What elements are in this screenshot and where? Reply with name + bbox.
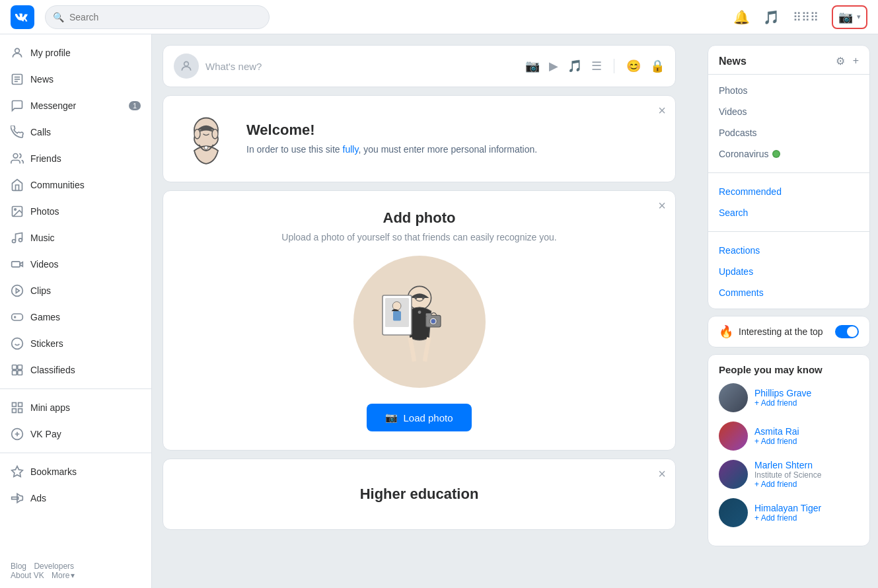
- person-item-0: Phillips Grave + Add friend: [719, 383, 859, 412]
- news-item-reactions[interactable]: Reactions: [708, 240, 869, 261]
- vk-logo[interactable]: [11, 5, 34, 29]
- sidebar-item-vk-pay[interactable]: VK Pay: [0, 421, 151, 447]
- svg-point-7: [15, 209, 16, 211]
- sidebar-label-ads: Ads: [30, 493, 46, 503]
- sidebar-item-communities[interactable]: Communities: [0, 172, 151, 198]
- sidebar-label-news: News: [30, 74, 54, 85]
- sidebar-item-videos[interactable]: Videos: [0, 251, 151, 277]
- sidebar-item-friends[interactable]: Friends: [0, 145, 151, 172]
- search-bar: 🔍: [45, 5, 270, 29]
- post-mood-btn[interactable]: 😊: [626, 59, 641, 73]
- svg-point-9: [19, 239, 22, 242]
- person-sub-2: Institute of Science: [754, 470, 859, 480]
- news-divider-1: [708, 172, 869, 173]
- news-filter-icon[interactable]: ⚙: [836, 55, 845, 67]
- blog-link[interactable]: Blog: [11, 562, 26, 571]
- sidebar-item-calls[interactable]: Calls: [0, 119, 151, 145]
- news-item-recommended[interactable]: Recommended: [708, 181, 869, 202]
- interesting-toggle[interactable]: [835, 325, 859, 338]
- news-panel-title: News: [719, 55, 836, 67]
- camera-icon: 📷: [838, 10, 853, 24]
- add-photo-card: × Add photo Upload a photo of yourself s…: [163, 190, 676, 451]
- svg-rect-21: [18, 371, 22, 375]
- higher-edu-close-btn[interactable]: ×: [658, 467, 666, 480]
- post-location-btn[interactable]: 🔒: [650, 59, 665, 73]
- clips-icon: [11, 284, 24, 297]
- svg-point-39: [418, 311, 421, 314]
- sidebar-item-clips[interactable]: Clips: [0, 277, 151, 304]
- person-name-1[interactable]: Asmita Rai: [754, 426, 859, 437]
- welcome-card-content: Welcome! In order to use this site fully…: [163, 96, 675, 182]
- person-add-3[interactable]: + Add friend: [754, 513, 859, 523]
- sidebar-item-classifieds[interactable]: Classifieds: [0, 357, 151, 383]
- svg-rect-23: [18, 403, 22, 407]
- music-icon: [11, 231, 24, 244]
- welcome-title: Welcome!: [246, 122, 537, 139]
- messenger-icon: [11, 99, 24, 112]
- person-name-3[interactable]: Himalayan Tiger: [754, 503, 859, 513]
- mini-apps-icon: [11, 401, 24, 414]
- post-list-btn[interactable]: ☰: [591, 59, 602, 73]
- messenger-badge: 1: [129, 101, 141, 110]
- news-item-videos[interactable]: Videos: [708, 101, 869, 122]
- news-divider-2: [708, 231, 869, 232]
- person-info-1: Asmita Rai + Add friend: [754, 426, 859, 446]
- main-content: What's new? 📷 ▶ 🎵 ☰ 😊 🔒 ×: [152, 34, 686, 588]
- notifications-button[interactable]: 🔔: [733, 9, 750, 25]
- news-item-podcasts[interactable]: Podcasts: [708, 122, 869, 143]
- welcome-close-btn[interactable]: ×: [658, 104, 666, 117]
- person-add-1[interactable]: + Add friend: [754, 437, 859, 446]
- welcome-link[interactable]: fully: [343, 144, 359, 155]
- news-add-icon[interactable]: +: [853, 55, 859, 67]
- post-photo-btn[interactable]: 📷: [525, 59, 540, 73]
- topbar: 🔍 🔔 🎵 ⠿⠿⠿ 📷 ▾: [0, 0, 878, 34]
- fire-icon: 🔥: [719, 324, 733, 339]
- person-add-0[interactable]: + Add friend: [754, 398, 859, 408]
- more-link[interactable]: More ▾: [52, 571, 75, 580]
- news-panel-header: News ⚙ +: [708, 46, 869, 75]
- more-chevron-icon: ▾: [71, 571, 75, 580]
- person-name-2[interactable]: Marlen Shtern: [754, 460, 859, 470]
- person-add-2[interactable]: + Add friend: [754, 480, 859, 489]
- post-input[interactable]: What's new?: [205, 61, 519, 72]
- camera-profile-button[interactable]: 📷 ▾: [832, 5, 867, 29]
- sidebar-label-calls: Calls: [30, 127, 51, 137]
- person-info-3: Himalayan Tiger + Add friend: [754, 503, 859, 523]
- sidebar-item-news[interactable]: News: [0, 66, 151, 92]
- sidebar-item-messenger[interactable]: Messenger 1: [0, 92, 151, 119]
- person-item-2: Marlen Shtern Institute of Science + Add…: [719, 460, 859, 489]
- about-vk-link[interactable]: About VK: [11, 571, 44, 580]
- news-item-search[interactable]: Search: [708, 202, 869, 223]
- news-item-updates[interactable]: Updates: [708, 261, 869, 282]
- load-photo-button[interactable]: 📷 Load photo: [367, 404, 471, 431]
- grid-menu-button[interactable]: ⠿⠿⠿: [793, 10, 819, 24]
- friends-icon: [11, 152, 24, 165]
- developers-link[interactable]: Developers: [34, 562, 74, 571]
- sidebar-item-mini-apps[interactable]: Mini apps: [0, 394, 151, 421]
- sidebar-item-music[interactable]: Music: [0, 225, 151, 251]
- post-divider: [614, 59, 614, 73]
- post-video-btn[interactable]: ▶: [549, 59, 558, 73]
- sidebar-item-games[interactable]: Games: [0, 304, 151, 330]
- news-item-coronavirus[interactable]: Coronavirus: [708, 143, 869, 165]
- search-input[interactable]: [45, 5, 270, 29]
- music-button[interactable]: 🎵: [763, 9, 780, 25]
- svg-point-31: [201, 129, 204, 131]
- news-item-photos[interactable]: Photos: [708, 80, 869, 101]
- sidebar-item-photos[interactable]: Photos: [0, 198, 151, 225]
- svg-rect-24: [13, 409, 17, 413]
- coronavirus-dot-icon: [772, 150, 780, 158]
- add-photo-close-btn[interactable]: ×: [658, 199, 666, 212]
- post-music-btn[interactable]: 🎵: [567, 59, 582, 73]
- person-name-0[interactable]: Phillips Grave: [754, 388, 859, 398]
- sidebar-item-ads[interactable]: Ads: [0, 485, 151, 511]
- person-item-3: Himalayan Tiger + Add friend: [719, 498, 859, 527]
- person-avatar-1: [719, 422, 748, 451]
- sidebar-item-my-profile[interactable]: My profile: [0, 40, 151, 66]
- sidebar-item-stickers[interactable]: Stickers: [0, 330, 151, 357]
- sidebar-label-stickers: Stickers: [30, 338, 63, 349]
- svg-marker-27: [12, 466, 23, 477]
- sidebar-label-classifieds: Classifieds: [30, 365, 75, 375]
- sidebar-item-bookmarks[interactable]: Bookmarks: [0, 459, 151, 485]
- news-item-comments[interactable]: Comments: [708, 282, 869, 303]
